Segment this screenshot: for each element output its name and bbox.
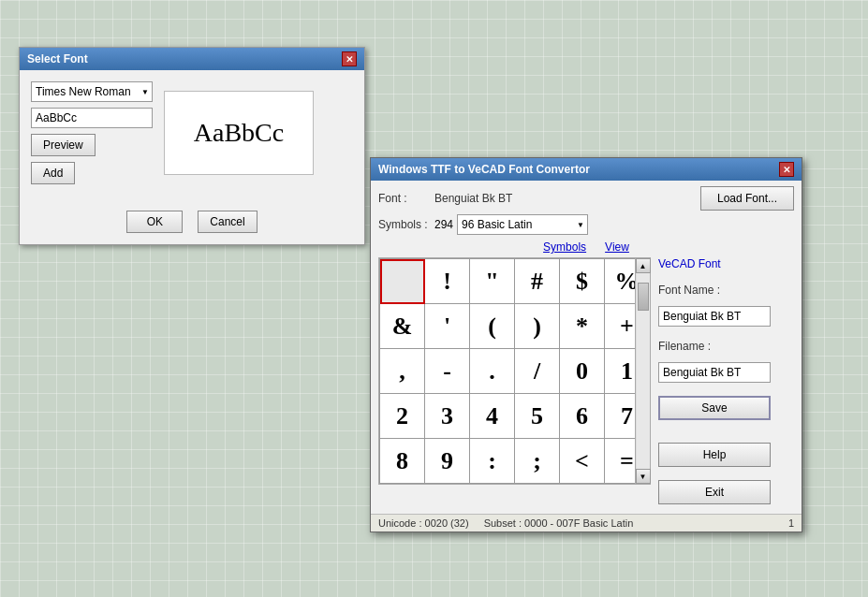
symbol-cell[interactable]: * [560,304,605,349]
subset-range: 0000 - 007F Basic Latin [524,517,633,529]
symbol-cell[interactable]: / [515,349,560,394]
symbols-grid-area: !"#$%&'()*+,-./0123456789:;<= ▲ ▼ [378,257,651,510]
symbol-cell[interactable]: $ [560,259,605,304]
subset-status: Subset : 0000 - 007F Basic Latin [484,517,634,529]
ok-button[interactable]: OK [126,211,183,233]
select-font-title: Select Font [27,52,88,66]
symbol-cell[interactable]: & [380,304,425,349]
symbol-cell[interactable]: 3 [425,394,470,439]
symbol-cell[interactable]: ( [470,304,515,349]
subset-dropdown[interactable]: 96 Basic Latin [457,214,588,235]
scroll-thumb[interactable] [638,283,649,311]
exit-button[interactable]: Exit [658,480,771,504]
symbol-cell[interactable]: 8 [380,439,425,484]
ttf-close-button[interactable]: ✕ [779,162,794,177]
unicode-label: Unicode : 0020 (32) [378,517,469,529]
font-select-row: Times New Roman Preview Add AaBbCc [31,81,353,184]
symbol-cell[interactable]: # [515,259,560,304]
symbols-count: 294 [434,218,453,231]
select-font-footer: OK Cancel [20,203,364,244]
ttf-converter-dialog: Windows TTF to VeCAD Font Convertor ✕ Fo… [370,157,802,532]
font-name-label: Font Name : [658,284,771,297]
symbols-link[interactable]: Symbols [543,240,586,254]
status-left: Unicode : 0020 (32) Subset : 0000 - 007F… [378,517,633,529]
select-font-dialog: Select Font ✕ Times New Roman Preview Ad… [19,47,365,245]
scroll-down-arrow[interactable]: ▼ [636,469,651,484]
symbol-cell[interactable]: 9 [425,439,470,484]
cancel-button[interactable]: Cancel [198,211,257,233]
select-font-titlebar: Select Font ✕ [20,48,364,70]
symbol-cell[interactable]: 0 [560,349,605,394]
subset-dropdown-wrapper: 96 Basic Latin [457,214,588,235]
symbols-grid: !"#$%&'()*+,-./0123456789:;<= [379,258,650,484]
symbol-cell[interactable]: ; [515,439,560,484]
status-bar: Unicode : 0020 (32) Subset : 0000 - 007F… [371,514,802,531]
main-content-area: !"#$%&'()*+,-./0123456789:;<= ▲ ▼ VeCAD … [371,257,802,514]
help-button[interactable]: Help [658,443,771,467]
symbol-cell[interactable]: ! [425,259,470,304]
symbol-cell[interactable]: 4 [470,394,515,439]
symbol-cell[interactable]: - [425,349,470,394]
symbol-cell[interactable]: , [380,349,425,394]
ttf-title: Windows TTF to VeCAD Font Convertor [378,163,590,176]
scroll-up-arrow[interactable]: ▲ [636,258,651,273]
add-button[interactable]: Add [31,162,75,184]
symbol-cell[interactable]: : [470,439,515,484]
preview-button[interactable]: Preview [31,134,96,156]
symbols-grid-container: !"#$%&'()*+,-./0123456789:;<= ▲ ▼ [378,257,651,485]
font-dropdown-wrapper: Times New Roman [31,81,153,102]
symbol-cell[interactable]: " [470,259,515,304]
select-font-close-btn[interactable]: ✕ [342,51,357,66]
ttf-top-rows: Font : Benguiat Bk BT Load Font... Symbo… [371,181,802,239]
scroll-track [637,273,650,469]
symbol-cell[interactable]: ) [515,304,560,349]
font-name-field[interactable] [658,306,771,327]
font-name-input[interactable] [31,108,153,128]
font-label: Font : [378,192,434,205]
font-dropdown[interactable]: Times New Roman [31,81,153,102]
scrollbar[interactable]: ▲ ▼ [635,258,650,484]
symbols-row: Symbols : 294 96 Basic Latin [378,214,794,235]
font-value: Benguiat Bk BT [434,192,700,205]
unicode-value: 0020 (32) [425,517,469,529]
symbol-cell[interactable]: 6 [560,394,605,439]
symbols-toolbar: Symbols View [371,240,802,254]
load-font-button[interactable]: Load Font... [700,186,794,211]
ttf-titlebar: Windows TTF to VeCAD Font Convertor ✕ [371,158,802,181]
symbol-cell[interactable]: 5 [515,394,560,439]
view-link[interactable]: View [605,240,629,254]
symbol-cell[interactable]: ' [425,304,470,349]
filename-field[interactable] [658,362,771,383]
filename-label: Filename : [658,340,771,353]
symbol-cell[interactable] [380,259,425,304]
font-preview-box: AaBbCc [164,91,314,175]
select-font-body: Times New Roman Preview Add AaBbCc [20,70,364,203]
right-panel: VeCAD Font Font Name : Filename : Save H… [658,257,771,510]
count-value: 1 [788,517,794,529]
symbol-cell[interactable]: 2 [380,394,425,439]
save-button[interactable]: Save [658,396,771,420]
font-preview-text: AaBbCc [194,118,284,148]
symbol-cell[interactable]: . [470,349,515,394]
vecad-section-label: VeCAD Font [658,257,771,270]
font-row: Font : Benguiat Bk BT Load Font... [378,186,794,211]
symbol-cell[interactable]: < [560,439,605,484]
symbols-label: Symbols : [378,218,434,231]
